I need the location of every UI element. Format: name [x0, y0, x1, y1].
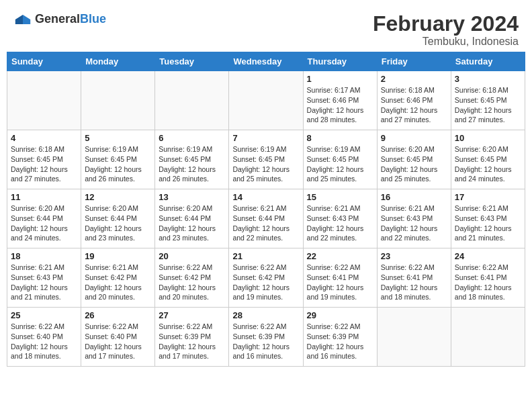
cell-day-number: 23 [381, 251, 447, 261]
calendar-cell: 11Sunrise: 6:20 AM Sunset: 6:44 PM Dayli… [7, 189, 81, 248]
cell-sun-info: Sunrise: 6:19 AM Sunset: 6:45 PM Dayligh… [232, 144, 299, 184]
calendar-cell: 15Sunrise: 6:21 AM Sunset: 6:43 PM Dayli… [303, 189, 377, 248]
weekday-header-monday: Monday [81, 52, 155, 71]
calendar-cell: 13Sunrise: 6:20 AM Sunset: 6:44 PM Dayli… [155, 189, 229, 248]
calendar-cell: 24Sunrise: 6:22 AM Sunset: 6:41 PM Dayli… [451, 248, 525, 308]
cell-sun-info: Sunrise: 6:22 AM Sunset: 6:41 PM Dayligh… [307, 263, 373, 302]
page-header: GeneralBlue February 2024 Tembuku, Indon… [7, 7, 525, 50]
location-subtitle: Tembuku, Indonesia [373, 36, 519, 48]
cell-day-number: 4 [11, 133, 77, 143]
weekday-header-sunday: Sunday [7, 52, 81, 71]
week-row-1: 1Sunrise: 6:17 AM Sunset: 6:46 PM Daylig… [7, 71, 525, 130]
week-row-5: 25Sunrise: 6:22 AM Sunset: 6:40 PM Dayli… [7, 308, 525, 367]
cell-day-number: 3 [455, 74, 521, 84]
cell-sun-info: Sunrise: 6:21 AM Sunset: 6:42 PM Dayligh… [85, 263, 151, 302]
cell-sun-info: Sunrise: 6:22 AM Sunset: 6:41 PM Dayligh… [455, 263, 521, 302]
cell-sun-info: Sunrise: 6:18 AM Sunset: 6:45 PM Dayligh… [11, 144, 77, 184]
weekday-header-friday: Friday [377, 52, 451, 71]
cell-sun-info: Sunrise: 6:20 AM Sunset: 6:44 PM Dayligh… [85, 203, 151, 243]
calendar-cell: 25Sunrise: 6:22 AM Sunset: 6:40 PM Dayli… [7, 308, 81, 367]
cell-sun-info: Sunrise: 6:21 AM Sunset: 6:43 PM Dayligh… [381, 203, 447, 243]
calendar-cell: 5Sunrise: 6:19 AM Sunset: 6:45 PM Daylig… [81, 130, 155, 189]
cell-day-number: 11 [11, 192, 77, 202]
cell-sun-info: Sunrise: 6:19 AM Sunset: 6:45 PM Dayligh… [307, 144, 373, 184]
cell-day-number: 8 [307, 133, 373, 143]
week-row-3: 11Sunrise: 6:20 AM Sunset: 6:44 PM Dayli… [7, 189, 525, 248]
cell-sun-info: Sunrise: 6:19 AM Sunset: 6:45 PM Dayligh… [159, 144, 225, 184]
cell-sun-info: Sunrise: 6:22 AM Sunset: 6:42 PM Dayligh… [232, 263, 299, 302]
cell-day-number: 9 [381, 133, 447, 143]
cell-sun-info: Sunrise: 6:18 AM Sunset: 6:46 PM Dayligh… [381, 85, 447, 125]
cell-day-number: 28 [232, 310, 299, 320]
calendar-cell: 23Sunrise: 6:22 AM Sunset: 6:41 PM Dayli… [377, 248, 451, 308]
cell-sun-info: Sunrise: 6:22 AM Sunset: 6:39 PM Dayligh… [307, 322, 373, 361]
cell-day-number: 2 [381, 74, 447, 84]
weekday-header-thursday: Thursday [303, 52, 377, 71]
month-year-title: February 2024 [373, 12, 519, 36]
cell-day-number: 10 [455, 133, 521, 143]
cell-sun-info: Sunrise: 6:22 AM Sunset: 6:40 PM Dayligh… [85, 322, 151, 361]
cell-day-number: 5 [85, 133, 151, 143]
cell-day-number: 15 [307, 192, 373, 202]
calendar-cell: 18Sunrise: 6:21 AM Sunset: 6:43 PM Dayli… [7, 248, 81, 308]
cell-day-number: 26 [85, 310, 151, 320]
cell-sun-info: Sunrise: 6:20 AM Sunset: 6:45 PM Dayligh… [381, 144, 447, 184]
weekday-header-wednesday: Wednesday [229, 52, 303, 71]
cell-sun-info: Sunrise: 6:18 AM Sunset: 6:45 PM Dayligh… [455, 85, 521, 125]
cell-sun-info: Sunrise: 6:22 AM Sunset: 6:39 PM Dayligh… [232, 322, 299, 361]
logo-blue-text: Blue [80, 12, 106, 26]
cell-day-number: 17 [455, 192, 521, 202]
calendar-cell: 1Sunrise: 6:17 AM Sunset: 6:46 PM Daylig… [303, 71, 377, 130]
cell-sun-info: Sunrise: 6:22 AM Sunset: 6:42 PM Dayligh… [159, 263, 225, 302]
calendar-cell [451, 308, 525, 367]
cell-day-number: 25 [11, 310, 77, 320]
calendar-cell [81, 71, 155, 130]
calendar-cell: 26Sunrise: 6:22 AM Sunset: 6:40 PM Dayli… [81, 308, 155, 367]
cell-day-number: 24 [455, 251, 521, 261]
calendar-cell: 12Sunrise: 6:20 AM Sunset: 6:44 PM Dayli… [81, 189, 155, 248]
week-row-2: 4Sunrise: 6:18 AM Sunset: 6:45 PM Daylig… [7, 130, 525, 189]
calendar-cell: 2Sunrise: 6:18 AM Sunset: 6:46 PM Daylig… [377, 71, 451, 130]
calendar-cell: 7Sunrise: 6:19 AM Sunset: 6:45 PM Daylig… [229, 130, 303, 189]
calendar-cell: 17Sunrise: 6:21 AM Sunset: 6:43 PM Dayli… [451, 189, 525, 248]
cell-day-number: 12 [85, 192, 151, 202]
calendar-cell [7, 71, 81, 130]
cell-day-number: 22 [307, 251, 373, 261]
calendar-cell: 4Sunrise: 6:18 AM Sunset: 6:45 PM Daylig… [7, 130, 81, 189]
cell-day-number: 14 [232, 192, 299, 202]
calendar-cell: 9Sunrise: 6:20 AM Sunset: 6:45 PM Daylig… [377, 130, 451, 189]
cell-day-number: 18 [11, 251, 77, 261]
week-row-4: 18Sunrise: 6:21 AM Sunset: 6:43 PM Dayli… [7, 248, 525, 308]
cell-sun-info: Sunrise: 6:17 AM Sunset: 6:46 PM Dayligh… [307, 85, 373, 125]
cell-sun-info: Sunrise: 6:21 AM Sunset: 6:43 PM Dayligh… [11, 263, 77, 302]
calendar-cell: 21Sunrise: 6:22 AM Sunset: 6:42 PM Dayli… [229, 248, 303, 308]
calendar-cell: 8Sunrise: 6:19 AM Sunset: 6:45 PM Daylig… [303, 130, 377, 189]
calendar-cell [229, 71, 303, 130]
cell-sun-info: Sunrise: 6:22 AM Sunset: 6:40 PM Dayligh… [11, 322, 77, 361]
calendar-table: SundayMondayTuesdayWednesdayThursdayFrid… [7, 52, 525, 367]
cell-day-number: 27 [159, 310, 225, 320]
cell-sun-info: Sunrise: 6:21 AM Sunset: 6:43 PM Dayligh… [455, 203, 521, 243]
calendar-cell: 16Sunrise: 6:21 AM Sunset: 6:43 PM Dayli… [377, 189, 451, 248]
weekday-header-tuesday: Tuesday [155, 52, 229, 71]
calendar-cell: 28Sunrise: 6:22 AM Sunset: 6:39 PM Dayli… [229, 308, 303, 367]
cell-day-number: 1 [307, 74, 373, 84]
calendar-cell [377, 308, 451, 367]
cell-sun-info: Sunrise: 6:21 AM Sunset: 6:44 PM Dayligh… [232, 203, 299, 243]
cell-sun-info: Sunrise: 6:20 AM Sunset: 6:45 PM Dayligh… [455, 144, 521, 184]
cell-sun-info: Sunrise: 6:22 AM Sunset: 6:39 PM Dayligh… [159, 322, 225, 361]
calendar-cell: 3Sunrise: 6:18 AM Sunset: 6:45 PM Daylig… [451, 71, 525, 130]
cell-day-number: 21 [232, 251, 299, 261]
logo: GeneralBlue [13, 12, 106, 26]
logo-general-text: General [35, 12, 80, 26]
logo-icon [13, 13, 32, 26]
cell-day-number: 7 [232, 133, 299, 143]
calendar-cell: 22Sunrise: 6:22 AM Sunset: 6:41 PM Dayli… [303, 248, 377, 308]
cell-day-number: 13 [159, 192, 225, 202]
cell-sun-info: Sunrise: 6:22 AM Sunset: 6:41 PM Dayligh… [381, 263, 447, 302]
calendar-cell: 29Sunrise: 6:22 AM Sunset: 6:39 PM Dayli… [303, 308, 377, 367]
calendar-cell: 27Sunrise: 6:22 AM Sunset: 6:39 PM Dayli… [155, 308, 229, 367]
calendar-cell: 19Sunrise: 6:21 AM Sunset: 6:42 PM Dayli… [81, 248, 155, 308]
cell-sun-info: Sunrise: 6:19 AM Sunset: 6:45 PM Dayligh… [85, 144, 151, 184]
cell-day-number: 19 [85, 251, 151, 261]
